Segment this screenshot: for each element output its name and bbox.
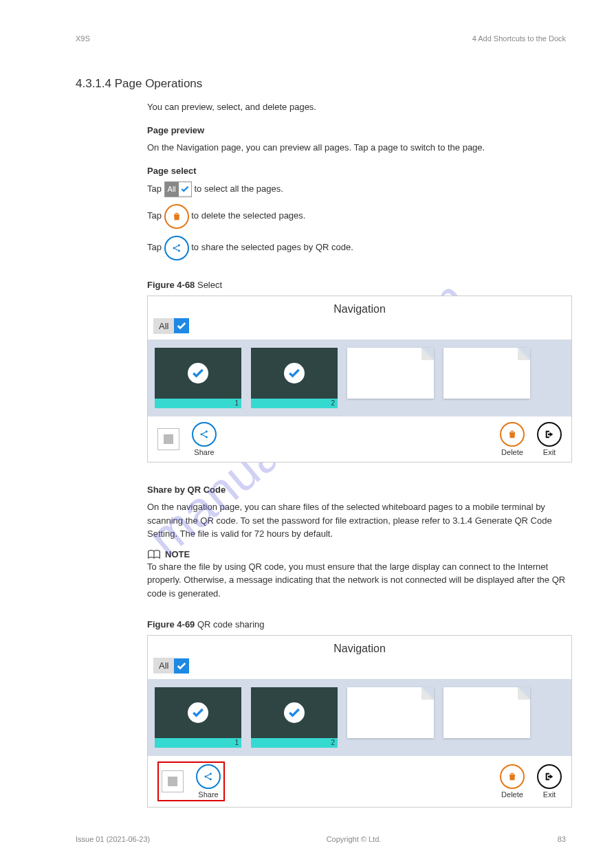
note-text: To share the file by using QR code, you … <box>147 560 573 601</box>
note-label: NOTE <box>165 549 190 559</box>
line-all-tail: to select all the pages. <box>194 183 283 194</box>
svg-point-8 <box>210 779 212 781</box>
figure2-caption: Figure 4-69 QR code sharing <box>147 619 573 630</box>
trash-icon <box>500 422 525 447</box>
qr-thumbnail[interactable] <box>157 428 179 450</box>
svg-point-4 <box>206 430 208 432</box>
delete-label: Delete <box>501 790 523 799</box>
share-button[interactable]: Share <box>192 422 217 456</box>
fig1-title: Select <box>195 280 222 290</box>
preview-text: On the Navigation page, you can preview … <box>147 141 573 155</box>
thumbs-strip: 1 2 <box>148 340 571 416</box>
sub-select: Page select <box>147 164 573 178</box>
svg-point-2 <box>177 249 179 252</box>
share-icon <box>196 764 221 789</box>
svg-point-6 <box>205 776 207 778</box>
selected-check-icon <box>188 702 208 723</box>
svg-point-1 <box>177 244 179 246</box>
thumb-1[interactable]: 1 <box>155 687 241 748</box>
line-delete-tail: to delete the selected pages. <box>191 210 305 221</box>
thumb-1-number: 1 <box>155 738 241 748</box>
all-inline-label: All <box>165 182 179 197</box>
fig1-num: Figure 4-68 <box>147 280 195 290</box>
share-label: Share <box>198 790 218 799</box>
svg-point-5 <box>206 436 208 438</box>
svg-point-3 <box>201 433 203 435</box>
fig2-num: Figure 4-69 <box>147 619 195 630</box>
exit-icon <box>537 422 562 447</box>
section-heading: 4.3.1.4 Page Operations <box>76 77 573 91</box>
highlighted-share-group: Share <box>157 761 225 801</box>
sharecode-p1: On the navigation page, you can share fi… <box>147 500 573 541</box>
footer-copyright: Copyright © Ltd. <box>327 835 382 843</box>
thumb-2-number: 2 <box>251 399 338 408</box>
thumb-3[interactable] <box>347 348 434 408</box>
tap-prefix: Tap <box>147 242 164 252</box>
footer-issue: Issue 01 (2021-06-23) <box>76 835 150 843</box>
all-button[interactable]: All <box>153 318 174 334</box>
line-delete: Tap to delete the selected pages. <box>147 204 573 229</box>
tap-prefix: Tap <box>147 210 164 221</box>
sub-sharecode: Share by QR Code <box>147 483 573 497</box>
share-icon <box>192 422 217 447</box>
exit-button[interactable]: Exit <box>537 422 562 456</box>
delete-button[interactable]: Delete <box>500 764 525 799</box>
delete-button[interactable]: Delete <box>500 422 525 456</box>
thumb-1-number: 1 <box>155 399 241 408</box>
tap-prefix: Tap <box>147 183 164 194</box>
thumb-2-number: 2 <box>251 738 338 748</box>
all-check-inline: All <box>164 181 192 197</box>
line-share: Tap to share the selected pages by QR co… <box>147 236 573 260</box>
selected-check-icon <box>284 363 305 383</box>
selected-check-icon <box>284 702 305 723</box>
figure1-caption: Figure 4-68 Select <box>147 280 573 290</box>
thumb-1[interactable]: 1 <box>155 348 241 408</box>
share-label: Share <box>194 448 214 456</box>
exit-label: Exit <box>543 448 556 456</box>
qr-thumbnail[interactable] <box>162 770 184 792</box>
nav-title: Navigation <box>148 296 571 318</box>
check-icon <box>179 183 191 195</box>
svg-point-7 <box>210 773 212 775</box>
selected-check-icon <box>188 363 208 383</box>
exit-icon <box>537 764 562 789</box>
delete-label: Delete <box>501 448 523 456</box>
line-select-all: Tap All to select all the pages. <box>147 181 573 197</box>
exit-label: Exit <box>543 790 556 799</box>
thumb-3[interactable] <box>347 687 434 748</box>
nav-title: Navigation <box>148 636 571 658</box>
navigation-panel-2: Navigation All 1 <box>147 635 572 808</box>
exit-button[interactable]: Exit <box>537 764 562 799</box>
all-checkbox[interactable] <box>174 318 189 333</box>
sub-preview: Page preview <box>147 124 573 137</box>
thumb-4[interactable] <box>443 687 530 748</box>
trash-icon <box>164 204 189 229</box>
thumb-2[interactable]: 2 <box>251 348 338 408</box>
svg-point-0 <box>173 247 175 249</box>
trash-icon <box>500 764 525 789</box>
footer-page: 83 <box>558 835 566 843</box>
share-icon <box>164 236 189 260</box>
thumbs-strip: 1 2 <box>148 679 571 756</box>
doc-header-right: 4 Add Shortcuts to the Dock <box>472 34 566 43</box>
book-icon <box>147 549 161 560</box>
all-button[interactable]: All <box>153 658 174 674</box>
thumb-2[interactable]: 2 <box>251 687 338 748</box>
all-checkbox[interactable] <box>174 658 189 674</box>
fig2-title: QR code sharing <box>195 619 264 630</box>
share-button[interactable]: Share <box>196 764 221 799</box>
line-share-tail: to share the selected pages by QR code. <box>191 242 353 252</box>
thumb-4[interactable] <box>443 348 530 408</box>
intro-text: You can preview, select, and delete page… <box>147 100 573 114</box>
navigation-panel-1: Navigation All 1 <box>147 296 572 463</box>
